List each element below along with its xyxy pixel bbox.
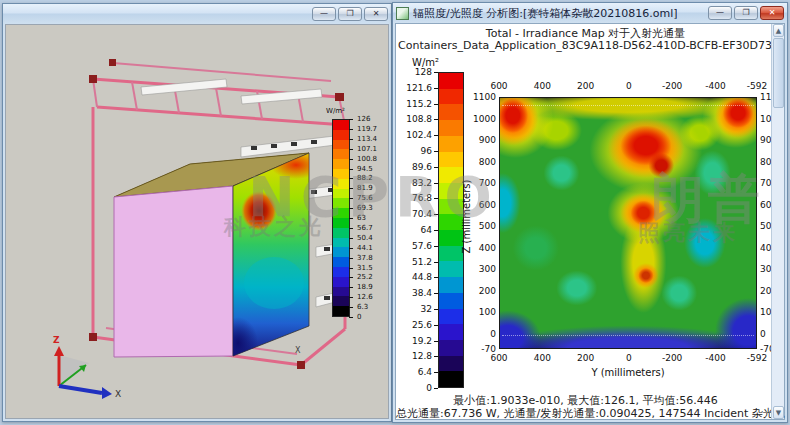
colorbar-tick-label: 64 [421, 225, 432, 235]
axis-tick-label: 600 [479, 200, 496, 210]
close-button[interactable]: ✕ [364, 7, 388, 21]
box-front-face [114, 186, 233, 357]
colorbar-tick [434, 277, 438, 278]
colorbar-tick [434, 246, 438, 247]
model-window: — ❐ ✕ [2, 3, 392, 422]
axis-tick-label: 0 [626, 353, 632, 363]
colorbar-tick-label: 75.6 [357, 194, 373, 202]
colorbar-segment [333, 179, 349, 189]
colorbar-segment [333, 247, 349, 257]
colorbar-tick [434, 309, 438, 310]
colorbar-tick-label: 12.8 [412, 351, 432, 361]
colorbar-tick-label: 121.6 [406, 83, 432, 93]
chart-subtitle: Containers_Data_Application_83C9A118-D56… [398, 39, 775, 52]
colorbar-tick-label: 107.1 [357, 145, 377, 153]
colorbar-segment [333, 140, 349, 150]
colorbar-tick [349, 317, 353, 318]
coordinate-triad: Z X [53, 335, 121, 399]
restore-button[interactable]: ❐ [734, 6, 758, 20]
colorbar-tick-label: 126 [357, 115, 370, 123]
colorbar-tick-label: 100.8 [357, 155, 377, 163]
colorbar-tick-label: 94.5 [357, 165, 373, 173]
scroll-up-icon[interactable]: ▲ [773, 24, 784, 37]
colorbar-segment [333, 149, 349, 159]
colorbar-tick-label: 83.2 [412, 178, 432, 188]
irradiance-map-client: Total - Irradiance Map 对于入射光通量 Container… [395, 23, 785, 420]
axis-tick-label: 1100 [473, 92, 496, 102]
triad-x-label: X [115, 389, 121, 399]
colorbar-tick [349, 198, 353, 199]
close-button[interactable]: ✕ [760, 6, 784, 20]
axis-tick-label: 200 [479, 286, 496, 296]
colorbar-tick [349, 258, 353, 259]
colorbar-tick-label: 38.4 [412, 288, 432, 298]
colorbar-tick [434, 151, 438, 152]
colorbar-tick [434, 293, 438, 294]
axis-tick-label: 200 [577, 353, 594, 363]
colorbar-segment [439, 73, 463, 89]
colorbar-tick [349, 178, 353, 179]
axis-tick-label: 400 [479, 243, 496, 253]
colorbar-tick-label: 37.8 [357, 254, 373, 262]
colorbar-tick [349, 139, 353, 140]
slotted-panel [141, 79, 322, 104]
colorbar-tick [349, 218, 353, 219]
model-colorbar-labels: 126119.7113.4107.1100.894.588.281.975.66… [353, 119, 385, 317]
colorbar-tick [349, 228, 353, 229]
colorbar-tick [434, 135, 438, 136]
axis-tick-label: 300 [479, 264, 496, 274]
colorbar-segment [333, 277, 349, 287]
heatmap-plot[interactable] [499, 97, 757, 349]
colorbar-segment [333, 208, 349, 218]
axis-tick-label: -400 [705, 353, 725, 363]
minimize-button[interactable]: — [312, 7, 336, 21]
colorbar-tick-label: 119.7 [357, 125, 377, 133]
colorbar-tick [349, 287, 353, 288]
model-window-titlebar[interactable]: — ❐ ✕ [3, 4, 391, 24]
colorbar-tick [349, 169, 353, 170]
colorbar-tick-label: 57.6 [412, 241, 432, 251]
y-axis-title: Y (millimeters) [499, 367, 757, 378]
colorbar-tick [349, 149, 353, 150]
colorbar-tick-label: 51.2 [412, 257, 432, 267]
restore-button[interactable]: ❐ [338, 7, 362, 21]
axis-tick-label: 800 [479, 157, 496, 167]
colorbar-tick [349, 238, 353, 239]
colorbar-tick [349, 277, 353, 278]
colorbar-tick [434, 183, 438, 184]
colorbar-segment [333, 287, 349, 297]
colorbar-segment [333, 189, 349, 199]
colorbar-tick-label: 56.7 [357, 224, 373, 232]
colorbar-tick-label: 44.8 [412, 272, 432, 282]
colorbar-tick [349, 208, 353, 209]
colorbar-tick-label: 12.6 [357, 293, 373, 301]
colorbar-tick [434, 230, 438, 231]
axis-tick-label: 0 [490, 329, 496, 339]
triad-z-label: Z [53, 335, 60, 345]
colorbar-segment [439, 371, 463, 387]
colorbar-tick [349, 268, 353, 269]
colorbar-tick [349, 248, 353, 249]
axis-tick-label: -200 [662, 81, 682, 91]
colorbar-tick-label: 70.4 [412, 209, 432, 219]
scroll-down-icon[interactable]: ▼ [773, 406, 784, 419]
colorbar-tick-label: 18.9 [357, 283, 373, 291]
colorbar-tick-label: 81.9 [357, 184, 373, 192]
model-viewport[interactable]: X Z X W/m² 126119.7113.4107.1100.894.588… [5, 24, 389, 419]
colorbar-segment [333, 120, 349, 130]
colorbar-tick-label: 25.6 [412, 320, 432, 330]
model-x-axis-label: X [295, 346, 301, 355]
analysis-document-icon [396, 7, 409, 20]
colorbar-tick [434, 325, 438, 326]
vertical-scrollbar[interactable]: ▲ ▼ [771, 24, 784, 419]
colorbar-tick-label: 76.8 [412, 193, 432, 203]
minimize-button[interactable]: — [708, 6, 732, 20]
colorbar-tick-label: 89.6 [412, 162, 432, 172]
colorbar-tick-label: 96 [421, 146, 432, 156]
colorbar-tick [349, 129, 353, 130]
colorbar-tick [349, 188, 353, 189]
irradiance-window-titlebar[interactable]: 辐照度/光照度 分析图:[赛特箱体杂散20210816.oml] — ❐ ✕ [393, 3, 787, 23]
colorbar-tick [434, 341, 438, 342]
scrollbar-thumb[interactable] [773, 38, 784, 108]
colorbar-tick-label: 113.4 [357, 135, 377, 143]
